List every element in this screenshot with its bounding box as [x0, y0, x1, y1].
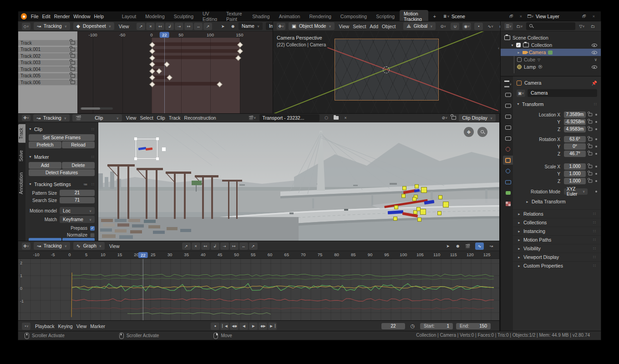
animate-dot[interactable]: [595, 114, 597, 116]
animate-dot[interactable]: [595, 128, 597, 130]
viewlayer-name[interactable]: View Layer: [536, 14, 579, 19]
workspace-tab-rendering[interactable]: Rendering: [305, 13, 335, 20]
proportional-edit-icon[interactable]: ◉∨: [462, 23, 471, 30]
graph-cursor-icon[interactable]: ➤: [443, 243, 452, 250]
marker-b-handle[interactable]: [443, 202, 449, 207]
visibility-eye-icon[interactable]: [592, 65, 597, 69]
transform-value-field[interactable]: 7.3589m: [564, 111, 586, 118]
rotation-mode-dropdown[interactable]: XYZ Euler∨: [564, 188, 588, 195]
search-size-field[interactable]: 71: [60, 197, 95, 203]
dopesheet-channel-Track.006[interactable]: Track.006: [18, 80, 77, 86]
slide-icon[interactable]: ↔: [194, 23, 203, 30]
workspace-tab-modeling[interactable]: Modeling: [141, 13, 169, 20]
v3d-menus-item-select[interactable]: Select: [351, 24, 367, 29]
play-reverse-button[interactable]: ◀: [239, 323, 248, 330]
frame-start-field[interactable]: Start:1: [420, 323, 453, 329]
channel-lock-icon[interactable]: [71, 48, 75, 51]
lock-icon[interactable]: [589, 128, 593, 131]
lock-icon[interactable]: [589, 138, 593, 141]
v3d-menus-item-view[interactable]: View: [338, 24, 351, 29]
section-visibility[interactable]: ►Visibility∷: [513, 244, 601, 253]
frame-last-icon[interactable]: ↦: [230, 243, 238, 250]
properties-tab-constraints[interactable]: [503, 177, 513, 187]
overlays-icon[interactable]: ∿∨: [486, 23, 495, 30]
pattern-size-field[interactable]: 21: [60, 190, 95, 196]
collection-checkbox[interactable]: ✓: [516, 43, 521, 47]
curve-icon[interactable]: ↗: [203, 23, 212, 30]
record-button[interactable]: ●: [211, 323, 219, 330]
dopesheet-editor-dropdown[interactable]: ◆ Dopesheet∨: [73, 22, 114, 30]
editor-type-clip-icon[interactable]: ✥∨: [22, 115, 30, 121]
unlink-clip-icon[interactable]: ×: [341, 114, 350, 121]
dopesheet-keyframe-area[interactable]: -100-5005010015022: [77, 31, 273, 114]
graph-mode-dropdown[interactable]: ↝ Tracking∨: [34, 242, 70, 250]
clip-side-tab-annotation[interactable]: Annotation: [18, 169, 25, 198]
v3d-menus-item-add[interactable]: Add: [368, 24, 380, 29]
topbar-menu-help[interactable]: Help: [93, 14, 106, 19]
disclosure-icon[interactable]: ▼: [511, 44, 514, 47]
workspace-tab-animation[interactable]: Animation: [275, 13, 304, 20]
viewlayer-unlink-icon[interactable]: ×: [589, 13, 598, 20]
tl-menus-item-playback[interactable]: Playback: [34, 324, 56, 329]
properties-tab-scene[interactable]: [503, 134, 513, 143]
visibility-eye-icon[interactable]: [592, 43, 597, 47]
graph-extras-icon[interactable]: ↝: [487, 243, 496, 250]
clip-display-dropdown[interactable]: Clip Display∨: [459, 114, 496, 121]
editor-type-dopesheet-icon[interactable]: ◇∨: [22, 23, 30, 30]
channel-lock-icon[interactable]: [71, 54, 75, 58]
marker-panel-header[interactable]: ▼Marker∷: [29, 153, 95, 161]
clip-menus-item-view[interactable]: View: [125, 115, 138, 121]
graph-view-menu[interactable]: View: [108, 243, 121, 249]
topbar-menu-edit[interactable]: Edit: [41, 14, 52, 19]
channel-lock-icon[interactable]: [71, 67, 75, 71]
outliner-row-lamp[interactable]: Lamp⦿: [501, 63, 601, 71]
dopesheet-invert-button[interactable]: Invert: [266, 22, 273, 30]
extend-icon[interactable]: ⇢: [220, 243, 229, 250]
dopesheet-channel-Track.003[interactable]: Track.003: [18, 60, 77, 66]
lock-icon[interactable]: [589, 165, 593, 168]
blender-logo[interactable]: [21, 13, 27, 20]
sidebar-blue-button-1[interactable]: [29, 238, 61, 241]
properties-tab-physics[interactable]: [503, 167, 513, 176]
marker-side-handle[interactable]: [162, 147, 166, 151]
transform-value-field[interactable]: 63.6°: [564, 136, 586, 142]
gizmo-toggle-icon[interactable]: •: [474, 23, 483, 30]
handle-icon[interactable]: ↗: [249, 243, 258, 250]
zoom-view-button[interactable]: [477, 127, 487, 137]
section-motion-paths[interactable]: ►Motion Paths∷: [513, 235, 601, 244]
transform-orientation-dropdown[interactable]: ⟁ Global∨: [403, 22, 436, 30]
workspace-tab-layout[interactable]: Layout: [118, 13, 141, 20]
editor-type-3d-icon[interactable]: ✥∨: [277, 23, 285, 30]
insert-keyframe-icon[interactable]: ↲: [211, 243, 219, 250]
extrapolate-icon[interactable]: ⇢: [175, 23, 183, 30]
topbar-menu-window[interactable]: Window: [72, 14, 91, 19]
disclosure-icon[interactable]: ►: [517, 51, 520, 54]
normalize-checkbox[interactable]: [90, 233, 95, 238]
channel-lock-icon[interactable]: [71, 74, 75, 78]
transform-value-field[interactable]: 1.000: [564, 171, 586, 177]
match-dropdown[interactable]: Keyframe∨: [60, 216, 95, 223]
clip-canvas[interactable]: ✥: [98, 122, 499, 241]
workspace-tab-scripting[interactable]: Scripting: [372, 13, 399, 20]
current-frame-field[interactable]: 22: [381, 323, 405, 329]
animate-dot[interactable]: [595, 191, 597, 192]
animate-dot[interactable]: [595, 166, 597, 167]
workspace-tab-motion-tracking[interactable]: Motion Tracking: [400, 10, 428, 23]
frame-first-icon[interactable]: ↤: [201, 243, 210, 250]
workspace-tab-shading[interactable]: Shading: [248, 13, 274, 20]
marker-c-handle[interactable]: [420, 209, 426, 215]
clip-name-field[interactable]: Transport - 23232...: [259, 114, 320, 121]
viewport-canvas[interactable]: Camera Perspective (22) Collection | Cam…: [273, 31, 501, 114]
snap-target-icon[interactable]: ⊙∨: [439, 23, 447, 30]
lock-icon[interactable]: [589, 172, 593, 176]
animate-dot[interactable]: [595, 180, 597, 182]
properties-tab-texture[interactable]: [503, 199, 513, 208]
viewlayer-browse-icon[interactable]: 🗔∨: [526, 13, 535, 20]
dopesheet-name-filter[interactable]: Name∨: [238, 22, 263, 30]
pan-keys-icon[interactable]: ↔: [239, 243, 248, 250]
play-button[interactable]: ▶: [249, 323, 258, 330]
properties-tab-object[interactable]: [503, 156, 513, 165]
add-workspace-button[interactable]: +: [429, 13, 440, 20]
properties-tab-view-layer[interactable]: [503, 123, 513, 132]
tl-menus-item-marker[interactable]: Marker: [89, 324, 107, 329]
